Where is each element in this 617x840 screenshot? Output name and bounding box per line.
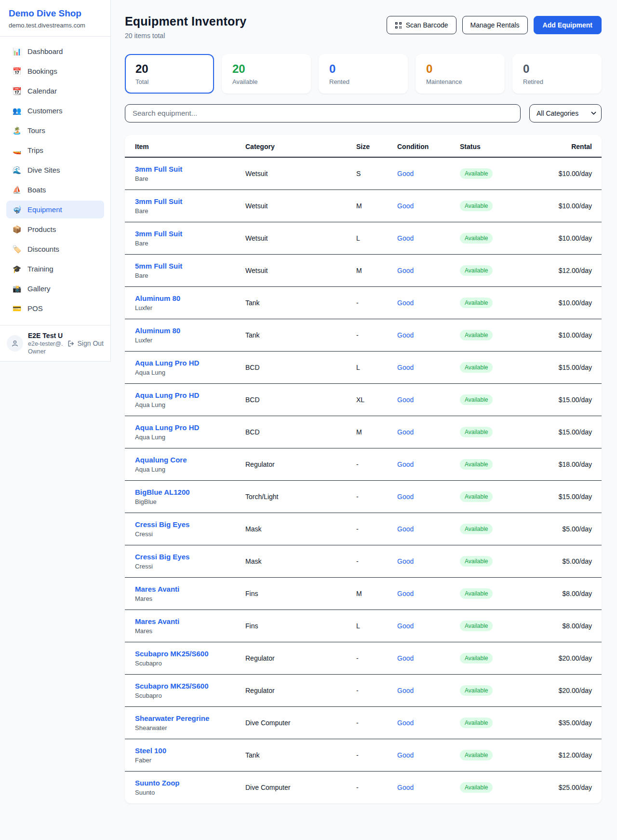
item-link[interactable]: 3mm Full Suit xyxy=(135,197,245,205)
sidebar-item-boats[interactable]: ⛵ Boats xyxy=(6,181,104,199)
rental-price: $10.00/day xyxy=(559,299,592,307)
sidebar-item-discounts[interactable]: 🏷️ Discounts xyxy=(6,240,104,258)
sidebar-item-equipment[interactable]: 🤿 Equipment xyxy=(6,201,104,218)
item-link[interactable]: Aqua Lung Pro HD xyxy=(135,423,245,432)
sidebar: Demo Dive Shop demo.test.divestreams.com… xyxy=(0,0,111,362)
sidebar-item-pos[interactable]: 💳 POS xyxy=(6,299,104,317)
item-link[interactable]: BigBlue AL1200 xyxy=(135,488,245,496)
sidebar-item-training[interactable]: 🎓 Training xyxy=(6,260,104,278)
condition-link[interactable]: Good xyxy=(397,557,414,565)
condition-link[interactable]: Good xyxy=(397,590,414,597)
category-select[interactable]: All Categories xyxy=(529,104,602,122)
item-link[interactable]: Aluminum 80 xyxy=(135,326,245,335)
condition-link[interactable]: Good xyxy=(397,654,414,662)
sidebar-item-label: Boats xyxy=(27,186,46,194)
item-brand: Bare xyxy=(135,207,245,215)
scan-barcode-button[interactable]: Scan Barcode xyxy=(387,16,456,34)
brand-title[interactable]: Demo Dive Shop xyxy=(9,8,102,19)
item-link[interactable]: 5mm Full Suit xyxy=(135,262,245,270)
condition-link[interactable]: Good xyxy=(397,493,414,501)
condition-link[interactable]: Good xyxy=(397,331,414,339)
item-link[interactable]: Steel 100 xyxy=(135,746,245,755)
manage-rentals-label: Manage Rentals xyxy=(470,21,520,29)
item-link[interactable]: Mares Avanti xyxy=(135,617,245,625)
graduation-cap-icon: 🎓 xyxy=(12,265,22,272)
condition-link[interactable]: Good xyxy=(397,622,414,630)
sidebar-item-bookings[interactable]: 📅 Bookings xyxy=(6,62,104,80)
item-link[interactable]: Shearwater Peregrine xyxy=(135,714,245,722)
item-link[interactable]: Scubapro MK25/S600 xyxy=(135,650,245,658)
sign-out-button[interactable]: Sign Out xyxy=(67,339,104,347)
condition-link[interactable]: Good xyxy=(397,784,414,791)
sidebar-item-tours[interactable]: 🏝️ Tours xyxy=(6,122,104,139)
stat-value: 0 xyxy=(329,62,397,76)
sidebar-item-label: Calendar xyxy=(27,87,57,95)
category-cell: Dive Computer xyxy=(245,784,290,791)
package-icon: 📦 xyxy=(12,226,22,233)
condition-link[interactable]: Good xyxy=(397,364,414,371)
condition-link[interactable]: Good xyxy=(397,299,414,307)
stat-card-total[interactable]: 20 Total xyxy=(125,54,214,94)
item-link[interactable]: Cressi Big Eyes xyxy=(135,520,245,528)
condition-link[interactable]: Good xyxy=(397,267,414,274)
category-cell: Regulator xyxy=(245,654,275,662)
item-link[interactable]: 3mm Full Suit xyxy=(135,230,245,238)
table-row: Suunto Zoop Suunto Dive Computer - Good … xyxy=(125,771,602,803)
condition-link[interactable]: Good xyxy=(397,719,414,727)
item-link[interactable]: Aluminum 80 xyxy=(135,294,245,302)
sidebar-item-customers[interactable]: 👥 Customers xyxy=(6,102,104,120)
stat-card-rented[interactable]: 0 Rented xyxy=(319,54,408,94)
size-cell: - xyxy=(356,654,359,662)
rental-price: $15.00/day xyxy=(559,396,592,404)
sidebar-item-dive-sites[interactable]: 🌊 Dive Sites xyxy=(6,161,104,179)
stat-card-retired[interactable]: 0 Retired xyxy=(512,54,602,94)
status-badge: Available xyxy=(460,782,493,793)
condition-link[interactable]: Good xyxy=(397,396,414,404)
rental-price: $5.00/day xyxy=(563,525,592,533)
item-link[interactable]: Mares Avanti xyxy=(135,585,245,593)
table-row: 5mm Full Suit Bare Wetsuit M Good Availa… xyxy=(125,254,602,286)
table-row: BigBlue AL1200 BigBlue Torch/Light - Goo… xyxy=(125,480,602,513)
condition-link[interactable]: Good xyxy=(397,461,414,468)
condition-link[interactable]: Good xyxy=(397,687,414,694)
sidebar-item-dashboard[interactable]: 📊 Dashboard xyxy=(6,42,104,60)
rental-price: $8.00/day xyxy=(563,590,592,597)
search-input[interactable] xyxy=(125,104,521,122)
tear-calendar-icon: 📆 xyxy=(12,87,22,95)
table-row: Cressi Big Eyes Cressi Mask - Good Avail… xyxy=(125,545,602,577)
condition-link[interactable]: Good xyxy=(397,525,414,533)
item-link[interactable]: Aqua Lung Pro HD xyxy=(135,359,245,367)
condition-link[interactable]: Good xyxy=(397,751,414,759)
condition-link[interactable]: Good xyxy=(397,234,414,242)
item-brand: Aqua Lung xyxy=(135,434,245,441)
sidebar-item-calendar[interactable]: 📆 Calendar xyxy=(6,82,104,100)
item-link[interactable]: Scubapro MK25/S600 xyxy=(135,682,245,690)
stat-card-maintenance[interactable]: 0 Maintenance xyxy=(416,54,505,94)
credit-card-icon: 💳 xyxy=(12,305,22,312)
stat-card-available[interactable]: 20 Available xyxy=(222,54,311,94)
item-link[interactable]: Aqualung Core xyxy=(135,456,245,464)
column-header-item: Item xyxy=(125,135,245,157)
sidebar-item-label: Products xyxy=(27,225,56,233)
condition-link[interactable]: Good xyxy=(397,202,414,210)
sidebar-item-gallery[interactable]: 📸 Gallery xyxy=(6,280,104,298)
condition-link[interactable]: Good xyxy=(397,428,414,436)
table-row: Aluminum 80 Luxfer Tank - Good Available… xyxy=(125,286,602,319)
condition-link[interactable]: Good xyxy=(397,170,414,177)
item-link[interactable]: Suunto Zoop xyxy=(135,779,245,787)
add-equipment-button[interactable]: Add Equipment xyxy=(534,16,602,34)
sidebar-item-trips[interactable]: 🚤 Trips xyxy=(6,141,104,159)
category-cell: Tank xyxy=(245,331,260,339)
table-row: Mares Avanti Mares Fins L Good Available… xyxy=(125,610,602,642)
sidebar-item-products[interactable]: 📦 Products xyxy=(6,220,104,238)
item-link[interactable]: 3mm Full Suit xyxy=(135,165,245,173)
item-brand: Mares xyxy=(135,595,245,602)
manage-rentals-button[interactable]: Manage Rentals xyxy=(462,16,528,34)
size-cell: - xyxy=(356,299,359,307)
rental-price: $18.00/day xyxy=(559,461,592,468)
item-link[interactable]: Aqua Lung Pro HD xyxy=(135,391,245,399)
people-icon: 👥 xyxy=(12,107,22,114)
rental-price: $35.00/day xyxy=(559,719,592,727)
stat-label: Available xyxy=(232,78,300,85)
item-link[interactable]: Cressi Big Eyes xyxy=(135,553,245,561)
